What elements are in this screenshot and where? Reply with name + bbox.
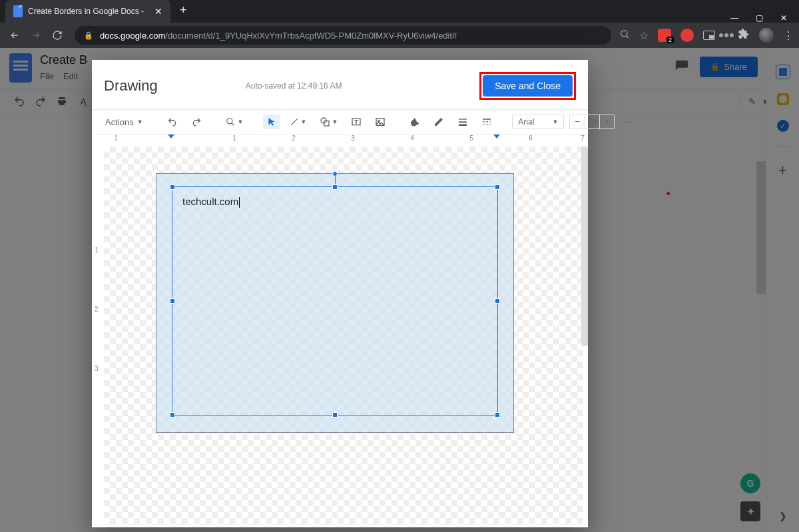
border-weight-icon[interactable] <box>453 114 472 130</box>
svg-rect-4 <box>352 119 360 125</box>
actions-menu[interactable]: Actions▼ <box>101 115 147 130</box>
resize-handle-n[interactable] <box>332 184 338 190</box>
svg-point-2 <box>321 118 326 123</box>
svg-point-1 <box>226 119 232 124</box>
drawing-dialog: Drawing Auto-saved at 12:49:16 AM Save a… <box>92 60 588 527</box>
redo-icon[interactable] <box>187 114 206 130</box>
extension-badge: 2 <box>666 37 674 43</box>
svg-rect-9 <box>459 124 467 126</box>
font-select[interactable]: Arial▼ <box>512 115 564 129</box>
ruler-indent-left-icon[interactable] <box>168 134 174 138</box>
font-size-value[interactable]: 14 <box>585 115 599 129</box>
url-path: /document/d/1_9YUqHxlXvYmTrbsAcpfWD5-PM0… <box>165 31 457 41</box>
extension-pip-icon[interactable] <box>703 31 715 40</box>
border-dash-icon[interactable] <box>477 114 496 130</box>
save-and-close-button[interactable]: Save and Close <box>483 75 573 97</box>
textbox-shape[interactable] <box>172 186 498 415</box>
extension-todoist-icon[interactable]: 2 <box>658 29 671 42</box>
extensions-puzzle-icon[interactable] <box>738 28 750 43</box>
save-button-highlight: Save and Close <box>479 72 576 100</box>
chrome-menu-icon[interactable]: ⋮ <box>783 29 794 42</box>
text-cursor-icon <box>239 197 240 208</box>
window-maximize-button[interactable]: ▢ <box>756 13 763 23</box>
drawing-canvas[interactable]: techcult.com <box>104 146 583 525</box>
browser-addressbar: 🔒 docs.google.com/document/d/1_9YUqHxlXv… <box>0 23 799 48</box>
extension-overflow-icon[interactable] <box>724 33 728 37</box>
svg-point-0 <box>621 31 627 37</box>
nav-back-button[interactable] <box>5 26 24 45</box>
resize-handle-sw[interactable] <box>170 412 175 417</box>
svg-point-6 <box>378 120 380 122</box>
shape-tool-icon[interactable]: ▼ <box>316 114 342 130</box>
resize-handle-e[interactable] <box>495 298 500 304</box>
zoom-menu[interactable]: ▼ <box>222 115 248 129</box>
drawing-canvas-area: 1 1 2 3 4 5 6 7 1 2 3 <box>92 134 588 527</box>
select-tool-icon[interactable] <box>263 115 280 129</box>
horizontal-ruler[interactable]: 1 1 2 3 4 5 6 7 <box>100 134 580 146</box>
window-close-button[interactable]: ✕ <box>780 13 787 23</box>
drawing-toolbar: Actions▼ ▼ ▼ ▼ Arial▼ − 14 + ⋯ <box>92 109 588 134</box>
resize-handle-w[interactable] <box>170 298 175 304</box>
line-tool-icon[interactable]: ▼ <box>286 115 310 129</box>
new-tab-button[interactable]: + <box>180 3 187 20</box>
resize-handle-ne[interactable] <box>495 184 500 190</box>
resize-handle-s[interactable] <box>332 412 338 417</box>
undo-icon[interactable] <box>163 114 182 130</box>
omnibox-search-icon[interactable] <box>619 29 630 42</box>
fill-color-icon[interactable] <box>405 114 424 130</box>
resize-handle-nw[interactable] <box>170 184 175 190</box>
svg-rect-3 <box>324 121 329 126</box>
nav-forward-button[interactable] <box>27 26 45 45</box>
vertical-ruler[interactable]: 1 2 3 <box>92 146 104 527</box>
textbox-tool-icon[interactable] <box>347 114 366 130</box>
nav-reload-button[interactable] <box>48 26 67 45</box>
close-tab-icon[interactable]: ✕ <box>154 6 162 17</box>
ruler-indent-right-icon[interactable] <box>493 134 500 138</box>
chrome-profile-avatar[interactable] <box>759 28 774 43</box>
window-controls: — ▢ ✕ <box>730 11 799 23</box>
textbox-content[interactable]: techcult.com <box>182 196 240 208</box>
resize-handle-se[interactable] <box>495 412 500 417</box>
canvas-scrollbar[interactable] <box>581 146 588 525</box>
url-host: docs.google.com <box>100 31 165 41</box>
svg-rect-8 <box>459 121 467 123</box>
dialog-title: Drawing <box>104 77 158 95</box>
increase-size-icon[interactable]: + <box>599 115 614 129</box>
image-tool-icon[interactable] <box>371 114 390 130</box>
window-minimize-button[interactable]: — <box>730 13 738 23</box>
url-input[interactable]: 🔒 docs.google.com/document/d/1_9YUqHxlXv… <box>75 26 611 45</box>
svg-rect-7 <box>459 119 467 119</box>
border-color-icon[interactable] <box>429 114 448 130</box>
docs-favicon-icon <box>13 5 23 17</box>
svg-rect-5 <box>376 119 384 126</box>
lock-icon: 🔒 <box>84 31 93 40</box>
extension-adblock-icon[interactable] <box>680 29 694 42</box>
bookmark-star-icon[interactable]: ☆ <box>639 29 649 42</box>
tab-title: Create Borders in Google Docs - <box>28 7 149 16</box>
decrease-size-icon[interactable]: − <box>570 115 585 129</box>
browser-tabstrip: Create Borders in Google Docs - ✕ + — ▢ … <box>0 0 799 23</box>
more-format-icon[interactable]: ⋯ <box>620 115 637 130</box>
browser-tab[interactable]: Create Borders in Google Docs - ✕ <box>5 0 170 23</box>
autosave-status: Auto-saved at 12:49:16 AM <box>246 81 342 91</box>
font-size-stepper[interactable]: − 14 + <box>569 115 615 129</box>
